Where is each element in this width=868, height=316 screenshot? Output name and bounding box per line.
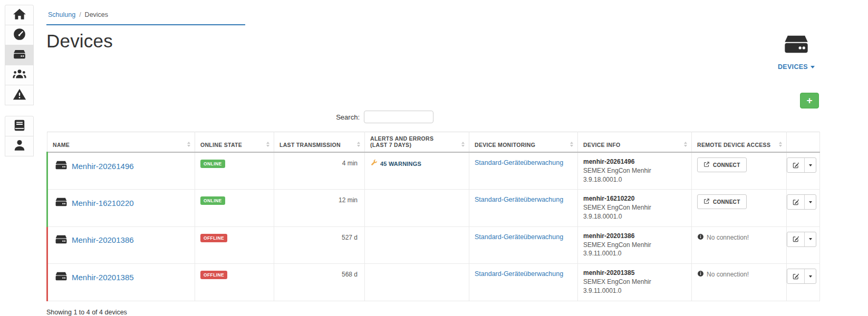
warnings-link[interactable]: 45 WARNINGS [380,161,421,167]
status-badge: OFFLINE [200,234,227,242]
chevron-down-icon [809,164,812,166]
sort-icon [357,142,360,148]
search-label: Search: [336,113,360,121]
sidebar-item-dashboard[interactable] [5,25,34,45]
column-header-alerts[interactable]: ALERTS AND ERRORS(LAST 7 DAYS) [365,132,469,153]
row-dropdown-button[interactable] [804,158,816,172]
breadcrumb-link-schulung[interactable]: Schulung [48,11,75,18]
device-info-version: 3.9.18.0001.0 [583,212,686,221]
table-row: Menhir-20201386 OFFLINE 527 d Standard-G… [47,226,820,263]
no-connection-label: No connection! [707,234,749,241]
sidebar-item-home[interactable] [5,5,34,25]
edit-button[interactable] [787,232,804,246]
account-icon [13,139,26,154]
device-monitoring-link[interactable]: Standard-Geräteüberwachung [475,159,563,166]
connect-button-label: CONNECT [713,162,740,168]
sort-icon [266,142,269,148]
device-monitoring-link[interactable]: Standard-Geräteüberwachung [475,196,563,203]
breadcrumb: Schulung/Devices [46,7,245,25]
page-title: Devices [46,31,113,52]
chevron-down-icon [809,275,812,278]
column-header-last-transmission-label: LAST TRANSMISSION [279,142,341,148]
sidebar-item-account[interactable] [5,136,34,156]
search-input[interactable] [364,111,433,123]
device-icon [53,159,69,173]
edit-button[interactable] [787,269,804,283]
device-info-hostname: menhir-20261496 [583,157,686,166]
devices-table: NAME ONLINE STATE LAST TRANSMISSION ALER… [46,132,820,301]
home-icon [13,7,26,23]
edit-button[interactable] [787,158,804,172]
device-info-product: SEMEX EngCon Menhir [583,166,686,175]
row-dropdown-button[interactable] [804,232,816,246]
column-header-online-state-label: ONLINE STATE [200,142,242,148]
devices-icon [13,47,26,63]
row-dropdown-button[interactable] [804,269,816,283]
column-header-device-monitoring[interactable]: DEVICE MONITORING [469,132,578,153]
devices-dropdown-text: DEVICES [778,63,808,71]
device-name-link[interactable]: Menhir-20201386 [72,235,134,244]
last-transmission-value: 4 min [274,152,365,190]
column-header-remote-access-label: REMOTE DEVICE ACCESS [697,142,770,148]
table-row: Menhir-20201385 OFFLINE 568 d Standard-G… [47,264,820,301]
device-monitoring-link[interactable]: Standard-Geräteüberwachung [475,270,563,278]
connect-icon [703,161,710,169]
table-row: Menhir-20261496 ONLINE 4 min 45 WARNINGS… [47,152,820,190]
device-info-version: 3.9.11.0001.0 [583,249,686,258]
row-action-group [787,232,816,247]
devices-dropdown[interactable]: DEVICES [778,31,815,71]
column-header-device-monitoring-label: DEVICE MONITORING [475,142,535,148]
add-device-button[interactable]: + [800,93,819,108]
column-header-actions [787,132,820,153]
row-action-group [787,157,816,173]
column-header-name-label: NAME [53,142,70,148]
devices-dropdown-label[interactable]: DEVICES [778,63,815,71]
sort-icon [570,142,573,148]
row-action-group [787,269,816,284]
sidebar-item-alerts[interactable] [5,85,34,105]
edit-button[interactable] [787,195,804,209]
handbook-icon [13,118,26,134]
device-icon [53,270,69,284]
column-header-last-transmission[interactable]: LAST TRANSMISSION [274,132,365,153]
title-row: Devices DEVICES [46,31,819,71]
device-info-product: SEMEX EngCon Menhir [583,278,686,287]
last-transmission-value: 568 d [274,264,365,301]
device-name-link[interactable]: Menhir-20201385 [72,273,134,282]
chevron-down-icon [809,201,812,203]
device-icon [53,195,69,210]
sidebar-item-devices[interactable] [5,45,34,65]
add-row: + [46,93,819,108]
table-header-row: NAME ONLINE STATE LAST TRANSMISSION ALER… [47,132,820,153]
device-name-link[interactable]: Menhir-16210220 [72,199,134,208]
row-dropdown-button[interactable] [804,195,816,209]
sort-icon [684,142,687,148]
sort-icon [187,142,190,148]
breadcrumb-separator: / [79,11,81,18]
search-row: Search: [46,111,433,123]
device-name-link[interactable]: Menhir-20261496 [72,162,134,171]
column-header-name[interactable]: NAME [47,132,195,153]
sidebar-item-users[interactable] [5,65,34,85]
devices-large-icon [780,31,813,60]
table-summary: Showing 1 to 4 of 4 devices [46,309,819,316]
device-monitoring-link[interactable]: Standard-Geräteüberwachung [475,233,563,241]
device-icon [53,233,69,248]
status-badge: OFFLINE [200,271,227,279]
column-header-device-info[interactable]: DEVICE INFO [578,132,692,153]
device-info-product: SEMEX EngCon Menhir [583,241,686,250]
column-header-online-state[interactable]: ONLINE STATE [195,132,274,153]
chevron-down-icon [809,238,812,240]
table-row: Menhir-16210220 ONLINE 12 min Standard-G… [47,190,820,226]
last-transmission-value: 527 d [274,226,365,263]
column-header-device-info-label: DEVICE INFO [583,142,620,148]
connect-icon [703,198,710,205]
column-header-remote-access[interactable]: REMOTE DEVICE ACCESS [692,132,787,153]
connect-button[interactable]: CONNECT [697,157,747,172]
device-info-hostname: menhir-16210220 [583,194,686,203]
sidebar-item-handbook[interactable] [5,116,34,136]
connect-button[interactable]: CONNECT [697,194,747,209]
sort-icon [461,142,465,148]
info-circle-icon [697,233,704,242]
last-transmission-value: 12 min [274,190,365,226]
